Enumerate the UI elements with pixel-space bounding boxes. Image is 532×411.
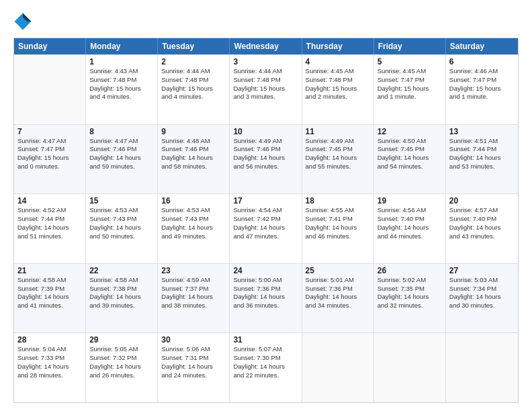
logo-icon	[13, 12, 32, 31]
day-info: Sunrise: 5:00 AM Sunset: 7:36 PM Dayligh…	[233, 276, 298, 310]
day-number: 21	[17, 266, 82, 275]
day-cell-5: 5Sunrise: 4:45 AM Sunset: 7:47 PM Daylig…	[374, 55, 446, 124]
day-cell-23: 23Sunrise: 4:59 AM Sunset: 7:37 PM Dayli…	[158, 264, 230, 333]
empty-cell	[302, 333, 374, 402]
day-cell-24: 24Sunrise: 5:00 AM Sunset: 7:36 PM Dayli…	[230, 264, 302, 333]
day-info: Sunrise: 4:46 AM Sunset: 7:47 PM Dayligh…	[449, 67, 515, 101]
day-info: Sunrise: 4:58 AM Sunset: 7:39 PM Dayligh…	[17, 276, 82, 310]
day-number: 11	[306, 127, 370, 136]
day-info: Sunrise: 4:47 AM Sunset: 7:46 PM Dayligh…	[89, 137, 154, 171]
day-number: 25	[306, 266, 370, 275]
day-cell-16: 16Sunrise: 4:53 AM Sunset: 7:43 PM Dayli…	[158, 194, 230, 263]
day-cell-22: 22Sunrise: 4:58 AM Sunset: 7:38 PM Dayli…	[86, 264, 158, 333]
day-number: 12	[378, 127, 442, 136]
day-cell-8: 8Sunrise: 4:47 AM Sunset: 7:46 PM Daylig…	[86, 125, 158, 194]
calendar-body: 1Sunrise: 4:43 AM Sunset: 7:48 PM Daylig…	[14, 54, 518, 402]
day-cell-11: 11Sunrise: 4:49 AM Sunset: 7:45 PM Dayli…	[302, 125, 374, 194]
day-cell-17: 17Sunrise: 4:54 AM Sunset: 7:42 PM Dayli…	[230, 194, 302, 263]
day-cell-10: 10Sunrise: 4:49 AM Sunset: 7:46 PM Dayli…	[230, 125, 302, 194]
day-info: Sunrise: 4:54 AM Sunset: 7:42 PM Dayligh…	[233, 206, 298, 240]
day-number: 30	[161, 335, 226, 345]
day-info: Sunrise: 5:04 AM Sunset: 7:33 PM Dayligh…	[17, 345, 82, 379]
day-cell-26: 26Sunrise: 5:02 AM Sunset: 7:35 PM Dayli…	[374, 264, 446, 333]
day-cell-4: 4Sunrise: 4:45 AM Sunset: 7:48 PM Daylig…	[302, 55, 374, 124]
day-cell-18: 18Sunrise: 4:55 AM Sunset: 7:41 PM Dayli…	[302, 194, 374, 263]
day-number: 5	[378, 57, 442, 66]
day-cell-15: 15Sunrise: 4:53 AM Sunset: 7:43 PM Dayli…	[86, 194, 158, 263]
header-day-monday: Monday	[86, 38, 158, 54]
logo	[13, 12, 35, 31]
day-number: 31	[233, 335, 298, 345]
day-number: 20	[449, 196, 515, 205]
day-cell-3: 3Sunrise: 4:44 AM Sunset: 7:48 PM Daylig…	[230, 55, 302, 124]
day-number: 28	[17, 335, 82, 345]
day-number: 24	[233, 266, 298, 275]
day-info: Sunrise: 5:05 AM Sunset: 7:32 PM Dayligh…	[89, 345, 154, 379]
day-info: Sunrise: 4:49 AM Sunset: 7:45 PM Dayligh…	[306, 137, 370, 171]
day-number: 2	[161, 57, 226, 66]
calendar-row-2: 7Sunrise: 4:47 AM Sunset: 7:47 PM Daylig…	[14, 124, 518, 194]
calendar: SundayMondayTuesdayWednesdayThursdayFrid…	[13, 38, 519, 403]
day-number: 22	[89, 266, 154, 275]
header-day-thursday: Thursday	[302, 38, 374, 54]
day-info: Sunrise: 4:49 AM Sunset: 7:46 PM Dayligh…	[233, 137, 298, 171]
empty-cell	[14, 55, 86, 124]
day-cell-12: 12Sunrise: 4:50 AM Sunset: 7:45 PM Dayli…	[374, 125, 446, 194]
day-cell-1: 1Sunrise: 4:43 AM Sunset: 7:48 PM Daylig…	[86, 55, 158, 124]
day-info: Sunrise: 4:47 AM Sunset: 7:47 PM Dayligh…	[17, 137, 82, 171]
header-day-tuesday: Tuesday	[158, 38, 230, 54]
day-info: Sunrise: 5:06 AM Sunset: 7:31 PM Dayligh…	[161, 345, 226, 379]
header-day-saturday: Saturday	[446, 38, 518, 54]
day-info: Sunrise: 4:50 AM Sunset: 7:45 PM Dayligh…	[378, 137, 442, 171]
calendar-header: SundayMondayTuesdayWednesdayThursdayFrid…	[14, 38, 518, 54]
day-number: 16	[161, 196, 226, 205]
day-info: Sunrise: 4:52 AM Sunset: 7:44 PM Dayligh…	[17, 206, 82, 240]
day-info: Sunrise: 5:02 AM Sunset: 7:35 PM Dayligh…	[378, 276, 442, 310]
day-info: Sunrise: 4:55 AM Sunset: 7:41 PM Dayligh…	[306, 206, 370, 240]
day-info: Sunrise: 4:59 AM Sunset: 7:37 PM Dayligh…	[161, 276, 226, 310]
header-day-wednesday: Wednesday	[230, 38, 302, 54]
day-number: 17	[233, 196, 298, 205]
day-info: Sunrise: 4:51 AM Sunset: 7:44 PM Dayligh…	[449, 137, 515, 171]
page: SundayMondayTuesdayWednesdayThursdayFrid…	[0, 0, 532, 411]
day-number: 4	[306, 57, 370, 66]
day-info: Sunrise: 4:48 AM Sunset: 7:46 PM Dayligh…	[161, 137, 226, 171]
calendar-row-5: 28Sunrise: 5:04 AM Sunset: 7:33 PM Dayli…	[14, 332, 518, 402]
day-info: Sunrise: 4:44 AM Sunset: 7:48 PM Dayligh…	[161, 67, 226, 101]
header	[13, 12, 519, 31]
day-number: 9	[161, 127, 226, 136]
day-number: 29	[89, 335, 154, 345]
empty-cell	[374, 333, 446, 402]
day-number: 15	[89, 196, 154, 205]
day-info: Sunrise: 4:45 AM Sunset: 7:47 PM Dayligh…	[378, 67, 442, 101]
day-info: Sunrise: 4:56 AM Sunset: 7:40 PM Dayligh…	[378, 206, 442, 240]
day-cell-28: 28Sunrise: 5:04 AM Sunset: 7:33 PM Dayli…	[14, 333, 86, 402]
day-number: 19	[378, 196, 442, 205]
day-number: 7	[17, 127, 82, 136]
day-cell-2: 2Sunrise: 4:44 AM Sunset: 7:48 PM Daylig…	[158, 55, 230, 124]
calendar-row-3: 14Sunrise: 4:52 AM Sunset: 7:44 PM Dayli…	[14, 193, 518, 263]
day-cell-6: 6Sunrise: 4:46 AM Sunset: 7:47 PM Daylig…	[446, 55, 518, 124]
day-cell-31: 31Sunrise: 5:07 AM Sunset: 7:30 PM Dayli…	[230, 333, 302, 402]
day-cell-20: 20Sunrise: 4:57 AM Sunset: 7:40 PM Dayli…	[446, 194, 518, 263]
day-cell-9: 9Sunrise: 4:48 AM Sunset: 7:46 PM Daylig…	[158, 125, 230, 194]
day-number: 1	[89, 57, 154, 66]
day-info: Sunrise: 5:07 AM Sunset: 7:30 PM Dayligh…	[233, 345, 298, 379]
day-info: Sunrise: 5:01 AM Sunset: 7:36 PM Dayligh…	[306, 276, 370, 310]
day-cell-19: 19Sunrise: 4:56 AM Sunset: 7:40 PM Dayli…	[374, 194, 446, 263]
day-number: 14	[17, 196, 82, 205]
empty-cell	[446, 333, 518, 402]
day-number: 27	[449, 266, 515, 275]
day-info: Sunrise: 4:53 AM Sunset: 7:43 PM Dayligh…	[161, 206, 226, 240]
calendar-row-4: 21Sunrise: 4:58 AM Sunset: 7:39 PM Dayli…	[14, 263, 518, 333]
day-number: 13	[449, 127, 515, 136]
day-cell-27: 27Sunrise: 5:03 AM Sunset: 7:34 PM Dayli…	[446, 264, 518, 333]
day-cell-29: 29Sunrise: 5:05 AM Sunset: 7:32 PM Dayli…	[86, 333, 158, 402]
day-cell-25: 25Sunrise: 5:01 AM Sunset: 7:36 PM Dayli…	[302, 264, 374, 333]
day-number: 26	[378, 266, 442, 275]
day-number: 18	[306, 196, 370, 205]
day-cell-14: 14Sunrise: 4:52 AM Sunset: 7:44 PM Dayli…	[14, 194, 86, 263]
day-info: Sunrise: 4:57 AM Sunset: 7:40 PM Dayligh…	[449, 206, 515, 240]
day-info: Sunrise: 4:43 AM Sunset: 7:48 PM Dayligh…	[89, 67, 154, 101]
day-number: 3	[233, 57, 298, 66]
